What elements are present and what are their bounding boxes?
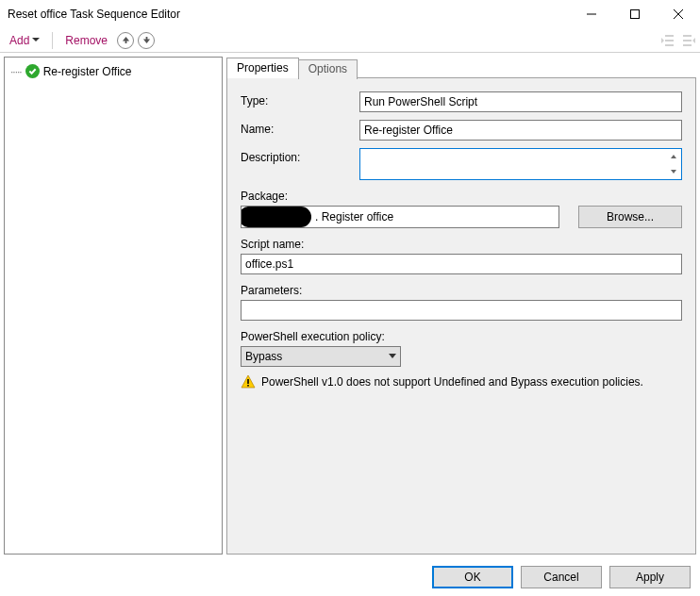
svg-rect-8 xyxy=(683,40,692,41)
cancel-button[interactable]: Cancel xyxy=(521,566,602,588)
maximize-button[interactable] xyxy=(613,0,657,28)
tree-item[interactable]: ····· Re-register Office xyxy=(8,63,218,79)
svg-rect-10 xyxy=(247,379,249,384)
svg-rect-4 xyxy=(665,35,674,37)
redacted-icon xyxy=(241,207,311,227)
outdent-icon xyxy=(660,33,675,48)
browse-button[interactable]: Browse... xyxy=(578,206,682,228)
script-name-label: Script name: xyxy=(241,238,682,251)
svg-rect-1 xyxy=(631,10,640,19)
tab-properties[interactable]: Properties xyxy=(226,58,299,78)
footer: OK Cancel Apply xyxy=(0,558,700,596)
spinner-up-icon[interactable] xyxy=(666,149,681,164)
window-title: Reset office Task Sequence Editor xyxy=(8,8,570,21)
parameters-label: Parameters: xyxy=(241,284,682,297)
chevron-down-icon xyxy=(389,354,396,359)
package-field: . Register office xyxy=(241,206,559,228)
name-field[interactable] xyxy=(359,120,682,141)
svg-rect-5 xyxy=(665,40,674,41)
svg-rect-7 xyxy=(683,35,692,37)
tabstrip: Properties Options xyxy=(226,57,696,77)
name-label: Name: xyxy=(241,120,354,136)
body: ····· Re-register Office Properties Opti… xyxy=(0,53,700,558)
tree-item-label: Re-register Office xyxy=(43,65,132,78)
check-icon xyxy=(25,64,40,78)
indent-icon xyxy=(681,33,696,48)
parameters-field[interactable] xyxy=(241,300,682,321)
type-label: Type: xyxy=(241,91,354,108)
form-pane: Properties Options Type: Run PowerShell … xyxy=(226,57,696,555)
spinner[interactable] xyxy=(666,149,681,179)
toolbar: Add Remove xyxy=(0,28,700,53)
remove-label: Remove xyxy=(65,34,108,47)
chevron-down-icon xyxy=(32,38,40,42)
type-field: Run PowerShell Script xyxy=(359,91,682,112)
svg-rect-11 xyxy=(247,385,249,387)
separator xyxy=(52,32,53,49)
execution-policy-label: PowerShell execution policy: xyxy=(241,330,682,343)
ok-button[interactable]: OK xyxy=(432,566,513,588)
tree-connector: ····· xyxy=(10,65,22,78)
package-label: Package: xyxy=(241,190,682,203)
description-field[interactable] xyxy=(359,148,682,180)
execution-policy-select[interactable]: Bypass xyxy=(241,346,401,367)
warning-row: PowerShell v1.0 does not support Undefin… xyxy=(241,374,682,389)
tab-options[interactable]: Options xyxy=(298,59,358,79)
move-down-button[interactable] xyxy=(138,32,155,49)
package-value: . Register office xyxy=(311,210,393,224)
description-label: Description: xyxy=(241,148,354,164)
warning-text: PowerShell v1.0 does not support Undefin… xyxy=(261,375,643,389)
close-button[interactable] xyxy=(657,0,700,28)
tree-pane[interactable]: ····· Re-register Office xyxy=(4,57,223,555)
toolbar-right xyxy=(660,33,696,48)
titlebar: Reset office Task Sequence Editor xyxy=(0,0,700,28)
script-name-field[interactable] xyxy=(241,254,682,274)
minimize-button[interactable] xyxy=(570,0,613,28)
apply-button[interactable]: Apply xyxy=(609,566,691,588)
add-label: Add xyxy=(9,34,29,47)
add-button[interactable]: Add xyxy=(4,32,45,49)
tab-content: Type: Run PowerShell Script Name: Descri… xyxy=(226,77,696,555)
svg-rect-9 xyxy=(683,44,692,46)
spinner-down-icon[interactable] xyxy=(666,164,681,179)
svg-rect-6 xyxy=(665,44,674,46)
window: Reset office Task Sequence Editor Add Re… xyxy=(0,0,700,596)
warning-icon xyxy=(241,374,256,389)
execution-policy-value: Bypass xyxy=(245,350,282,363)
move-up-button[interactable] xyxy=(117,32,134,49)
remove-button[interactable]: Remove xyxy=(59,32,113,49)
